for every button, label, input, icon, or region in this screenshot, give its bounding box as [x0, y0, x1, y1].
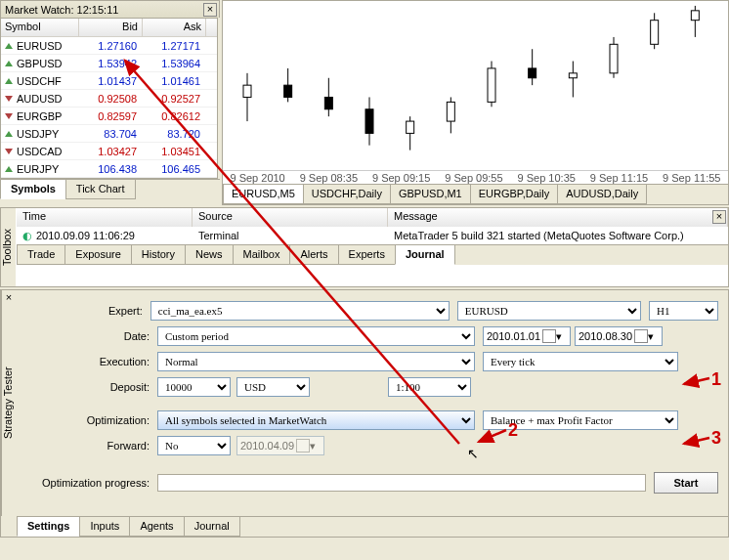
- toolbox-tab-journal[interactable]: Journal: [395, 245, 455, 265]
- symbol-row[interactable]: EURJPY 106.438 106.465: [1, 160, 217, 178]
- toolbox-tab-mailbox[interactable]: Mailbox: [233, 245, 291, 265]
- symbol-row[interactable]: AUDUSD 0.92508 0.92527: [1, 90, 217, 108]
- symbol-row[interactable]: USDCHF 1.01437 1.01461: [1, 72, 217, 90]
- bid-value: 106.438: [79, 163, 143, 175]
- chart-x-axis: 9 Sep 20109 Sep 08:359 Sep 09:159 Sep 09…: [223, 170, 728, 184]
- calendar-icon[interactable]: [542, 329, 555, 343]
- svg-rect-17: [569, 73, 577, 78]
- symbol-name: USDCHF: [17, 75, 62, 87]
- toolbox-tab-history[interactable]: History: [131, 245, 186, 265]
- col-bid[interactable]: Bid: [79, 19, 143, 36]
- ask-value: 1.27171: [143, 40, 206, 52]
- direction-icon: [5, 78, 13, 84]
- ask-value: 1.53964: [143, 58, 206, 69]
- symbol-row[interactable]: USDCAD 1.03427 1.03451: [1, 143, 217, 160]
- toolbox-tab-alerts[interactable]: Alerts: [289, 245, 338, 265]
- forward-select[interactable]: No: [157, 436, 231, 455]
- start-button[interactable]: Start: [654, 472, 718, 494]
- label-date: Date:: [30, 330, 157, 342]
- bid-value: 0.82597: [79, 110, 143, 122]
- col-time[interactable]: Time: [17, 208, 193, 227]
- ask-value: 0.92527: [143, 93, 206, 105]
- chart-tab[interactable]: USDCHF,Daily: [303, 185, 391, 204]
- chevron-down-icon: ▾: [310, 440, 321, 452]
- info-icon: ◐: [22, 230, 32, 242]
- tab-symbols[interactable]: Symbols: [0, 180, 66, 199]
- col-message[interactable]: Message: [388, 208, 728, 227]
- chevron-down-icon[interactable]: ▾: [648, 330, 659, 343]
- ask-value: 1.03451: [143, 146, 206, 157]
- deposit-select[interactable]: 10000: [157, 377, 231, 397]
- chart-tab[interactable]: EURUSD,M5: [223, 185, 304, 204]
- toolbox-tab-trade[interactable]: Trade: [17, 245, 65, 265]
- model-select[interactable]: Every tick: [483, 352, 678, 371]
- currency-select[interactable]: USD: [236, 377, 310, 397]
- toolbox-tab-news[interactable]: News: [185, 245, 234, 265]
- symbol-row[interactable]: EURGBP 0.82597 0.82612: [1, 108, 217, 125]
- forward-date-input: 2010.04.09▾: [236, 436, 324, 455]
- direction-icon: [5, 61, 13, 66]
- market-watch-title: Market Watch: 12:15:11: [5, 4, 118, 16]
- expert-select[interactable]: cci_ma_ea.ex5: [150, 301, 450, 321]
- svg-rect-1: [243, 85, 251, 97]
- optimization-select[interactable]: All symbols selected in MarketWatch: [157, 410, 475, 430]
- label-deposit: Deposit:: [30, 381, 157, 393]
- bid-value: 0.92508: [79, 93, 143, 105]
- tab-tick-chart[interactable]: Tick Chart: [65, 180, 136, 199]
- tester-tab-journal[interactable]: Journal: [184, 517, 240, 537]
- col-symbol[interactable]: Symbol: [1, 19, 79, 36]
- symbol-name: USDCAD: [17, 146, 62, 157]
- symbol-select[interactable]: EURUSD: [457, 301, 642, 321]
- calendar-icon[interactable]: [634, 329, 647, 343]
- col-source[interactable]: Source: [193, 208, 388, 227]
- chart-tab[interactable]: GBPUSD,M1: [390, 185, 471, 204]
- annotation-3: 3: [711, 428, 721, 449]
- symbol-name: AUDUSD: [17, 93, 62, 105]
- journal-row[interactable]: ◐2010.09.09 11:06:29 Terminal MetaTrader…: [17, 227, 728, 244]
- toolbox-tab-experts[interactable]: Experts: [338, 245, 396, 265]
- market-watch-header: Symbol Bid Ask: [1, 19, 217, 37]
- svg-rect-11: [447, 102, 454, 121]
- direction-icon: [5, 131, 13, 137]
- tester-tab-agents[interactable]: Agents: [129, 517, 184, 537]
- toolbox-label: Toolbox: [0, 208, 16, 286]
- strategy-tester-panel: Strategy Tester × Expert: cci_ma_ea.ex5 …: [0, 289, 729, 538]
- svg-rect-3: [284, 85, 292, 97]
- chart-tab[interactable]: AUDUSD,Daily: [557, 185, 647, 204]
- date-mode-select[interactable]: Custom period: [157, 326, 475, 346]
- calendar-icon: [296, 439, 309, 452]
- tester-tab-inputs[interactable]: Inputs: [79, 517, 130, 537]
- bid-value: 1.01437: [79, 75, 143, 87]
- label-expert: Expert:: [30, 305, 150, 317]
- chart-tab[interactable]: EURGBP,Daily: [470, 185, 559, 204]
- cursor-icon: ↖: [467, 446, 479, 461]
- ask-value: 83.720: [143, 128, 206, 140]
- close-icon[interactable]: ×: [3, 292, 15, 304]
- period-select[interactable]: H1: [649, 301, 718, 321]
- tester-tab-settings[interactable]: Settings: [17, 517, 80, 537]
- symbol-name: EURUSD: [17, 40, 62, 52]
- date-to-input[interactable]: 2010.08.30▾: [575, 326, 663, 346]
- close-icon[interactable]: ×: [203, 3, 217, 17]
- chevron-down-icon[interactable]: ▾: [556, 330, 567, 343]
- svg-rect-13: [488, 68, 495, 102]
- symbol-row[interactable]: USDJPY 83.704 83.720: [1, 125, 217, 143]
- execution-select[interactable]: Normal: [157, 352, 475, 371]
- symbol-row[interactable]: EURUSD 1.27160 1.27171: [1, 37, 217, 55]
- symbol-row[interactable]: GBPUSD 1.53942 1.53964: [1, 55, 217, 72]
- col-ask[interactable]: Ask: [143, 19, 206, 36]
- strategy-tester-label: Strategy Tester: [1, 290, 17, 516]
- date-from-input[interactable]: 2010.01.01▾: [483, 326, 571, 346]
- chart-panel[interactable]: 9 Sep 20109 Sep 08:359 Sep 09:159 Sep 09…: [222, 0, 729, 205]
- symbol-name: EURJPY: [17, 163, 59, 175]
- direction-icon: [5, 96, 13, 102]
- leverage-select[interactable]: 1:100: [388, 377, 471, 397]
- symbol-name: GBPUSD: [17, 58, 62, 69]
- close-icon[interactable]: ×: [712, 210, 726, 224]
- ask-value: 0.82612: [143, 110, 206, 122]
- direction-icon: [5, 149, 13, 154]
- toolbox-tab-exposure[interactable]: Exposure: [64, 245, 131, 265]
- bid-value: 1.53942: [79, 58, 143, 69]
- svg-rect-5: [324, 97, 332, 108]
- svg-rect-9: [407, 121, 414, 133]
